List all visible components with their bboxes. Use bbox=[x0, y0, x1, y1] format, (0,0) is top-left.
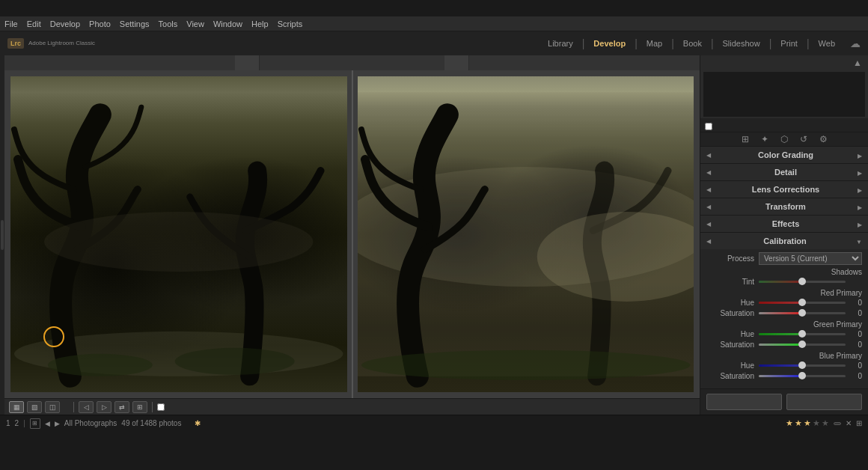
side-by-side-btn[interactable]: ▧ bbox=[27, 401, 42, 413]
filmstrip-close-btn[interactable]: ✕ bbox=[846, 419, 852, 427]
blue-hue-fill bbox=[759, 364, 802, 367]
green-sat-track bbox=[759, 344, 846, 346]
nav-web[interactable]: Web bbox=[811, 36, 843, 51]
app-name: Adobe Lightroom Classic bbox=[28, 40, 95, 47]
nav-map[interactable]: Map bbox=[639, 36, 670, 51]
cloud-icon: ☁ bbox=[850, 37, 861, 49]
lens-corrections-header[interactable]: ◀ Lens Corrections bbox=[700, 181, 868, 198]
soft-proof-checkbox[interactable] bbox=[157, 403, 165, 411]
nav-sep-1: | bbox=[582, 37, 585, 49]
filmstrip-tab-2[interactable]: 2 bbox=[15, 419, 19, 427]
red-sat-thumb[interactable] bbox=[798, 309, 806, 317]
green-hue-row: Hue 0 bbox=[706, 330, 862, 338]
menu-window[interactable]: Window bbox=[213, 19, 242, 28]
detail-left-toggle: ◀ bbox=[706, 169, 711, 176]
green-sat-thumb[interactable] bbox=[798, 341, 806, 348]
maximize-button[interactable] bbox=[837, 3, 847, 13]
window-controls bbox=[822, 3, 862, 13]
effects-section: ◀ Effects bbox=[700, 216, 868, 233]
blue-primary-subheader: Blue Primary bbox=[706, 352, 862, 360]
grid-view-btn[interactable]: ▦ bbox=[9, 401, 24, 413]
soft-proofing-toggle[interactable] bbox=[157, 403, 167, 411]
menu-edit[interactable]: Edit bbox=[27, 19, 41, 28]
swap-btn[interactable]: ⇄ bbox=[114, 401, 129, 413]
compare-left-btn[interactable]: ◁ bbox=[79, 401, 94, 413]
rated-badge[interactable] bbox=[834, 422, 841, 425]
app-logo: Lrc Adobe Lightroom Classic bbox=[7, 38, 95, 49]
filmstrip-expand-btn[interactable]: ⊞ bbox=[856, 419, 862, 427]
nav-library[interactable]: Library bbox=[540, 36, 581, 51]
brush-tool[interactable]: ↺ bbox=[797, 132, 810, 146]
previous-button[interactable] bbox=[706, 394, 782, 410]
red-sat-track bbox=[759, 312, 846, 314]
crop-tool[interactable]: ⊞ bbox=[739, 132, 752, 146]
compare-right-btn[interactable]: ▷ bbox=[97, 401, 111, 413]
tint-thumb[interactable] bbox=[798, 278, 806, 285]
after-photo-frame bbox=[358, 76, 694, 392]
nav-print[interactable]: Print bbox=[773, 36, 805, 51]
menu-file[interactable]: File bbox=[4, 19, 18, 28]
filmstrip-tab-1[interactable]: 1 bbox=[6, 419, 10, 427]
blue-sat-row: Saturation 0 bbox=[706, 372, 862, 380]
menu-develop[interactable]: Develop bbox=[50, 19, 80, 28]
nav-book[interactable]: Book bbox=[676, 36, 709, 51]
blue-hue-value: 0 bbox=[846, 361, 862, 370]
detail-title: Detail bbox=[774, 168, 797, 177]
blue-sat-value: 0 bbox=[846, 372, 862, 380]
lrc-badge: Lrc bbox=[7, 38, 24, 49]
star-2: ★ bbox=[795, 418, 802, 428]
menu-help[interactable]: Help bbox=[251, 19, 269, 28]
process-select[interactable]: Version 5 (Current) bbox=[759, 252, 862, 265]
green-hue-fill bbox=[759, 333, 802, 335]
nav-slideshow[interactable]: Slideshow bbox=[715, 36, 768, 51]
reset-button[interactable] bbox=[786, 394, 862, 410]
blue-sat-thumb[interactable] bbox=[798, 372, 806, 379]
star-1: ★ bbox=[786, 418, 793, 428]
tint-fill bbox=[759, 281, 802, 283]
menu-settings[interactable]: Settings bbox=[120, 19, 150, 28]
nav-develop[interactable]: Develop bbox=[586, 36, 633, 51]
menu-photo[interactable]: Photo bbox=[89, 19, 111, 28]
copy-btn[interactable]: ⊞ bbox=[132, 401, 147, 413]
green-hue-thumb[interactable] bbox=[798, 330, 806, 338]
color-grading-section: ◀ Color Grading bbox=[700, 147, 868, 164]
transform-header[interactable]: ◀ Transform bbox=[700, 198, 868, 215]
menu-view[interactable]: View bbox=[186, 19, 204, 28]
effects-header[interactable]: ◀ Effects bbox=[700, 216, 868, 232]
effects-left-toggle: ◀ bbox=[706, 221, 711, 228]
heal-tool[interactable]: ✦ bbox=[758, 132, 771, 146]
process-row: Process Version 5 (Current) bbox=[706, 252, 862, 265]
green-sat-fill bbox=[759, 344, 802, 346]
original-photo-row bbox=[700, 121, 868, 132]
red-hue-thumb[interactable] bbox=[798, 299, 806, 306]
gradient-tool[interactable]: ⬡ bbox=[777, 132, 791, 146]
detail-header[interactable]: ◀ Detail bbox=[700, 164, 868, 180]
menu-scripts[interactable]: Scripts bbox=[278, 19, 303, 28]
blue-sat-label: Saturation bbox=[706, 372, 759, 380]
color-grading-header[interactable]: ◀ Color Grading bbox=[700, 147, 868, 163]
filmstrip-grid-btn[interactable]: ⊞ bbox=[30, 418, 40, 429]
histogram-section: ▲ bbox=[700, 55, 868, 132]
calibration-left-toggle: ◀ bbox=[706, 238, 711, 245]
bottom-controls: ▦ ▧ ◫ ◁ ▷ ⇄ ⊞ bbox=[4, 398, 700, 415]
green-sat-row: Saturation 0 bbox=[706, 341, 862, 349]
split-view-btn[interactable]: ◫ bbox=[45, 401, 60, 413]
left-panel-toggle[interactable] bbox=[1, 220, 4, 250]
close-button[interactable] bbox=[852, 3, 862, 13]
calibration-header[interactable]: ◀ Calibration bbox=[700, 233, 868, 249]
filmstrip-prev-btn[interactable]: ◀ bbox=[45, 420, 50, 427]
filmstrip-next-btn[interactable]: ▶ bbox=[55, 420, 60, 427]
lens-corrections-title: Lens Corrections bbox=[752, 185, 819, 194]
red-hue-fill bbox=[759, 302, 802, 304]
menu-tools[interactable]: Tools bbox=[159, 19, 178, 28]
svg-point-3 bbox=[44, 212, 314, 272]
histogram-collapse[interactable]: ▲ bbox=[853, 58, 862, 68]
nav-sep-3: | bbox=[671, 37, 674, 49]
minimize-button[interactable] bbox=[822, 3, 832, 13]
calibration-section: ◀ Calibration Process Version 5 (Current… bbox=[700, 233, 868, 389]
filmstrip-left-controls: 1 2 | ⊞ ◀ ▶ All Photographs 49 of 1488 p… bbox=[6, 418, 201, 429]
original-photo-checkbox[interactable] bbox=[705, 123, 712, 130]
settings-tool[interactable]: ⚙ bbox=[816, 132, 830, 146]
green-hue-value: 0 bbox=[846, 330, 862, 338]
blue-hue-thumb[interactable] bbox=[798, 361, 806, 369]
